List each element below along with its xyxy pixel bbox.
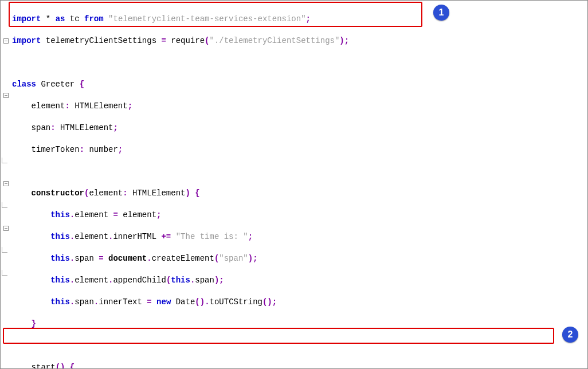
code-line: element: HTMLElement; [12,101,587,112]
code-line: timerToken: number; [12,144,587,155]
callout-badge: 1 [433,5,449,21]
code-line: constructor(element: HTMLElement) { [12,188,587,199]
callout-badge: 2 [562,327,578,343]
code-line: import * as tc from "telemetryclient-tea… [12,14,587,25]
code-line: import telemetryClientSettings = require… [12,36,587,46]
code-line: start() { [12,362,587,369]
code-line: this.element.appendChild(this.span); [12,275,587,286]
code-line: class Greeter { [12,79,587,90]
code-line: this.element = element; [12,210,587,221]
code-line: } [12,319,587,329]
code-line: this.span.innerText = new Date().toUTCSt… [12,297,587,308]
code-line: this.element.innerHTML += "The time is: … [12,231,587,242]
code-line: span: HTMLElement; [12,123,587,134]
code-line: this.span = document.createElement("span… [12,253,587,264]
code-editor[interactable]: import * as tc from "telemetryclient-tea… [1,1,587,368]
